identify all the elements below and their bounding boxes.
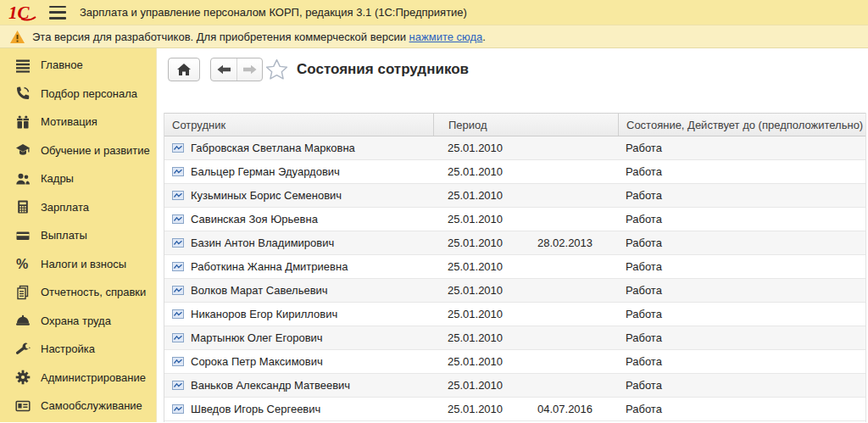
register-record-icon [172,214,184,224]
register-record-icon [172,333,184,342]
dev-version-warning-bar: Эта версия для разработчиков. Для приобр… [0,25,868,48]
sidebar-item-kadry[interactable]: Кадры [0,164,156,193]
sidebar-item-motivaciya[interactable]: Мотивация [0,108,156,136]
column-header-state[interactable]: Состояние, Действует до (предположительн… [618,114,865,136]
employee-state: Работа [626,237,662,249]
table-row[interactable]: Базин Антон Владимирович 25.01.2010 28.0… [164,231,865,255]
employee-name: Работкина Жанна Дмитриевна [191,260,348,273]
sidebar-item-vyplaty[interactable]: Выплаты [0,221,156,250]
period-end-cell [537,208,618,231]
window-titlebar: 1С Зарплата и управление персоналом КОРП… [0,0,868,25]
table-header-row: Сотрудник Период Состояние, Действует до… [164,113,865,136]
favorite-star-icon[interactable] [265,58,288,81]
employee-name-cell: Бальцер Герман Эдуардович [164,160,433,183]
employee-name-cell: Волков Марат Савельевич [164,279,433,302]
period-start-cell: 25.01.2010 [433,326,537,349]
column-header-period[interactable]: Период [433,114,618,136]
period-start-date: 25.01.2010 [448,403,503,415]
employee-name: Волков Марат Савельевич [191,284,328,297]
register-record-icon [172,404,184,414]
sidebar-item-zarplata[interactable]: Зарплата [0,193,156,222]
sidebar-item-label: Налоги и взносы [41,258,126,270]
back-button[interactable] [211,58,236,81]
gear-icon [15,370,31,385]
employee-name: Шведов Игорь Сергеевич [191,403,320,415]
employee-state: Работа [626,213,662,225]
table-row[interactable]: Кузьминых Борис Семенович 25.01.2010 Раб… [164,184,865,208]
sidebar-item-samoobsluzhivanie[interactable]: Самообслуживание [0,392,156,420]
calculator-icon [15,199,31,214]
table-row[interactable]: Мартынюк Олег Егорович 25.01.2010 Работа [164,326,865,350]
state-cell: Работа [618,303,865,326]
wrench-icon [15,342,31,357]
employee-name: Габровская Светлана Марковна [191,142,355,154]
sections-sidebar: Главное Подбор персонала Мотивация [0,48,157,422]
employee-name: Сорока Петр Максимович [191,355,323,368]
sidebar-item-nastroyka[interactable]: Настройка [0,335,156,364]
table-row[interactable]: Шведов Игорь Сергеевич 25.01.2010 04.07.… [164,398,865,421]
main-menu-icon[interactable] [49,6,66,19]
main-content: Состояния сотрудников Сотрудник Период С… [157,48,868,422]
state-cell: Работа [618,374,865,397]
table-row[interactable]: Работкина Жанна Дмитриевна 25.01.2010 Ра… [164,255,865,279]
register-record-icon [172,357,184,366]
period-start-cell: 25.01.2010 [433,231,537,254]
sidebar-item-podbor-personala[interactable]: Подбор персонала [0,80,156,109]
employee-name-cell: Никаноров Егор Кириллович [164,303,433,326]
forward-button[interactable] [236,58,262,81]
state-cell: Работа [618,255,865,278]
helmet-icon [15,313,31,328]
sidebar-item-otchetnost[interactable]: Отчетность, справки [0,278,156,307]
purchase-link[interactable]: нажмите сюда [409,31,483,43]
menu-lines-icon [15,58,31,73]
period-start-date: 25.01.2010 [448,284,503,297]
period-start-date: 25.01.2010 [448,260,503,273]
graduation-cap-icon [15,142,31,158]
sidebar-item-ohrana-truda[interactable]: Охрана труда [0,307,156,336]
table-row[interactable]: Габровская Светлана Марковна 25.01.2010 … [164,136,865,160]
period-start-date: 25.01.2010 [448,331,503,344]
table-row[interactable]: Ваньков Александр Матвеевич 25.01.2010 Р… [164,374,865,398]
employee-name: Бальцер Герман Эдуардович [191,165,340,178]
home-button[interactable] [168,58,200,81]
table-row[interactable]: Никаноров Егор Кириллович 25.01.2010 Раб… [164,303,865,326]
table-row[interactable]: Сорока Петр Максимович 25.01.2010 Работа [164,350,865,374]
register-record-icon [172,262,184,271]
sidebar-item-glavnoe[interactable]: Главное [0,51,156,80]
period-start-date: 25.01.2010 [448,142,503,154]
period-end-cell: 28.02.2013 [537,231,618,254]
sidebar-item-administrirovanie[interactable]: Администрирование [0,364,156,392]
state-cell: Работа [618,160,865,183]
state-cell: Работа [618,279,865,302]
employee-name-cell: Мартынюк Олег Егорович [164,326,433,349]
percent-icon: % [15,256,31,271]
back-arrow-icon [217,64,231,75]
employee-state: Работа [626,355,662,368]
employee-name: Мартынюк Олег Егорович [191,331,323,344]
employee-state: Работа [626,379,662,392]
employee-name: Савинская Зоя Юрьевна [191,213,318,225]
register-record-icon [172,191,184,200]
period-start-cell: 25.01.2010 [433,255,537,278]
table-row[interactable]: Бальцер Герман Эдуардович 25.01.2010 Раб… [164,160,865,184]
window-title: Зарплата и управление персоналом КОРП, р… [80,6,467,19]
sidebar-item-nalogi[interactable]: % Налоги и взносы [0,250,156,279]
id-card-icon [15,398,31,414]
period-start-cell: 25.01.2010 [433,136,537,159]
employee-state: Работа [626,403,662,415]
period-end-cell [537,350,618,373]
page-title: Состояния сотрудников [297,61,469,78]
sidebar-item-obuchenie[interactable]: Обучение и развитие [0,136,156,165]
employee-state: Работа [626,260,662,273]
state-cell: Работа [618,326,865,349]
sidebar-item-label: Самообслуживание [41,399,142,412]
table-row[interactable]: Волков Марат Савельевич 25.01.2010 Работ… [164,279,865,303]
register-record-icon [172,309,184,319]
employee-state: Работа [626,308,662,320]
documents-icon [15,285,31,300]
table-row[interactable]: Савинская Зоя Юрьевна 25.01.2010 Работа [164,208,865,231]
period-start-cell: 25.01.2010 [433,160,537,183]
warning-message: Эта версия для разработчиков. Для приобр… [32,31,406,43]
svg-text:%: % [16,257,28,271]
column-header-employee[interactable]: Сотрудник [164,114,433,136]
